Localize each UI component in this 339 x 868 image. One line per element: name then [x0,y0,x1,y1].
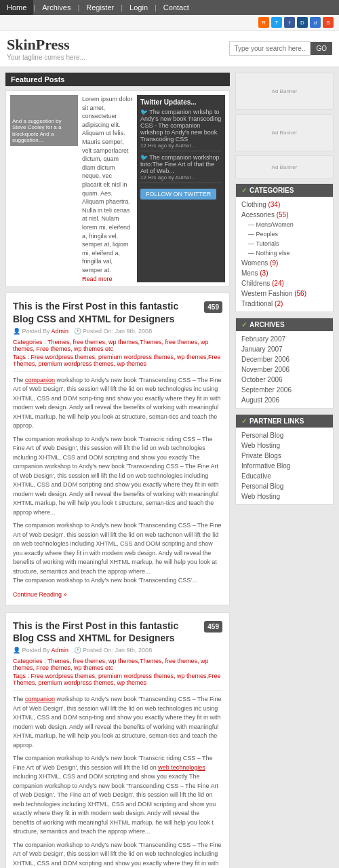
check-icon-archives: ✓ [241,321,247,328]
post-1-title-row: This is the First Post in this fantastic… [13,300,222,324]
nav-register[interactable]: Register [79,0,121,15]
featured-content: Lorem ipsum dolor sit amet, consectetuer… [82,95,133,282]
twitter-author-2: 12 Hrs ago by Author . [140,174,222,181]
categories-list: Clothing (34) Acessories (55) — Mens/Wom… [236,197,333,312]
partner-educative[interactable]: Educative [241,471,327,481]
cat-womens[interactable]: Womens (9) [241,258,327,268]
cat-mens[interactable]: Mens (3) [241,268,327,278]
follow-twitter-button[interactable]: FOLLOW ON TWITTER [140,189,216,200]
post-1-comment-badge: 459 [204,301,222,313]
cat-accessories[interactable]: Acessories (55) [241,210,327,220]
post-1-continue[interactable]: Continue Reading » [13,591,67,598]
post-1-date: Posted On: Jan 9th, 2008 [83,328,152,335]
nav-bar: Home | Archives | Register | Login | Con… [0,0,339,15]
logo-area: SkinPress Your tagline comes here... [7,36,85,61]
post-1-categories: Categories : Themes, free themes, wp the… [13,339,222,352]
nav-home[interactable]: Home [0,0,33,15]
top-social-bar: R T f D d S [0,15,339,31]
post-1-meta: 👤 Posted By Admin 🕑 Posted On: Jan 9th, … [13,328,222,335]
partner-personal-blog-2[interactable]: Personal Blog [241,481,327,491]
facebook-icon[interactable]: f [284,17,295,28]
archive-jan07[interactable]: January 2007 [241,344,327,354]
cat-western[interactable]: Western Fashion (56) [241,288,327,299]
archives-title: ✓ ARCHIVES [236,318,333,331]
partner-links-label: PARTNER LINKS [250,417,304,425]
nav-login[interactable]: Login [123,0,155,15]
twitter-item-2: 🐦 The companion workshop toto:The Fine A… [140,154,222,183]
archives-list: February 2007 January 2007 December 2006… [236,331,333,408]
web-tech-link[interactable]: web technologies [158,764,205,771]
cat-childrens[interactable]: Childrens (24) [241,278,327,288]
post-2-date: Posted On: Jan 9th, 2008 [83,647,152,654]
header: SkinPress Your tagline comes here... GO [0,31,339,67]
twitter-icon-small: 🐦 [140,109,148,115]
sidebar: Ad Banner Ad Banner Ad Banner ✓ CATEGORI… [235,73,334,868]
tags-label: Tags : [13,354,29,360]
nav-contact[interactable]: Contact [157,0,196,15]
twitter-icon[interactable]: T [271,17,282,28]
archive-sep06[interactable]: September 2006 [241,385,327,395]
post-1-title-link[interactable]: This is the First Post in this fantastic… [13,300,200,324]
cat-clothing[interactable]: Clothing (34) [241,200,327,210]
logo: SkinPress [7,36,85,54]
search-button[interactable]: GO [311,42,332,55]
post-1-body1: The companion workshop to Andy's new boo… [13,376,222,431]
featured-caption: And a suggestion by Steve Cooley for a a… [12,118,76,144]
partner-web-hosting-2[interactable]: Web Hosting [241,491,327,502]
ad-banner-1: Ad Banner [235,73,334,110]
tagline: Your tagline comes here... [7,54,85,61]
main-column: Featured Posts And a suggestion by Steve… [5,73,230,868]
archive-dec06[interactable]: December 2006 [241,354,327,364]
post-1-author[interactable]: Admin [52,328,69,335]
post-2-categories: Categories : Themes, free themes, wp the… [13,658,222,671]
archive-feb07[interactable]: February 2007 [241,334,327,344]
categories-section: ✓ CATEGORIES Clothing (34) Acessories (5… [235,183,334,312]
rss-icon[interactable]: R [258,17,269,28]
ad-banner-2: Ad Banner [235,114,334,151]
stumble-icon[interactable]: S [323,17,334,28]
partner-links-title: ✓ PARTNER LINKS [236,415,333,428]
post-2-title-link[interactable]: This is the First Post in this fantastic… [13,620,200,644]
post-2-comment-badge: 459 [204,621,222,633]
twitter-item-1: 🐦 The companion wrkshp to Andy's new boo… [140,109,222,151]
categories-label: Categories : [13,339,46,345]
twitter-author-1: 12 Hrs ago by Author . [140,143,222,149]
twitter-icon-small-2: 🐦 [140,154,148,161]
post-1-body3: The companion workshop to Andy's new boo… [13,521,222,586]
featured-body: Lorem ipsum dolor sit amet, consectetuer… [82,95,133,274]
partner-personal-blog-1[interactable]: Personal Blog [241,430,327,440]
partner-private-blogs[interactable]: Private Blogs [241,451,327,461]
partner-web-hosting-1[interactable]: Web Hosting [241,440,327,451]
cat-nothing-else[interactable]: — Nothing else [241,248,327,258]
cat-tutorials[interactable]: — Tutorials [241,239,327,248]
post-2-tags: Tags : Free wordpress themes, premium wo… [13,673,222,686]
twitter-text-2: The companion workshop toto:The Fine Art… [140,154,219,174]
categories-title: ✓ CATEGORIES [236,184,333,197]
partner-links-list: Personal Blog Web Hosting Private Blogs … [236,428,333,504]
archive-oct06[interactable]: October 2006 [241,375,327,385]
archive-aug06[interactable]: August 2006 [241,395,327,405]
companion-link-2[interactable]: companion [25,696,55,702]
post-2-body1: The companion workshop to Andy's new boo… [13,695,222,750]
companion-link-1[interactable]: companion [25,377,55,383]
post-2-author[interactable]: Admin [52,647,69,654]
cat-menswomen[interactable]: — Mens/Women [241,220,327,229]
cat-peoples[interactable]: — Peoples [241,229,327,239]
check-icon-partner: ✓ [241,417,247,425]
post-1-tags-value: Free wordpress themes, premium wordpress… [13,354,221,367]
archives-label: ARCHIVES [250,321,285,328]
featured-read-more[interactable]: Read more [82,276,113,282]
nav-archives[interactable]: Archives [35,0,77,15]
search-input[interactable] [229,41,311,56]
archive-nov06[interactable]: November 2006 [241,364,327,375]
featured-title: Featured Posts [5,73,230,86]
post-1: This is the First Post in this fantastic… [5,293,230,605]
partner-informative[interactable]: Informative Blog [241,461,327,471]
delicious-icon[interactable]: d [310,17,321,28]
cat-traditional[interactable]: Traditional (2) [241,299,327,309]
twitter-section: Twitter Updates... 🐦 The companion wrksh… [137,95,225,282]
featured-image: And a suggestion by Steve Cooley for a a… [10,95,78,146]
twitter-text-1: The companion wrkshp to Andy's new book … [140,109,221,143]
search-area: GO [229,41,332,56]
digg-icon[interactable]: D [297,17,308,28]
